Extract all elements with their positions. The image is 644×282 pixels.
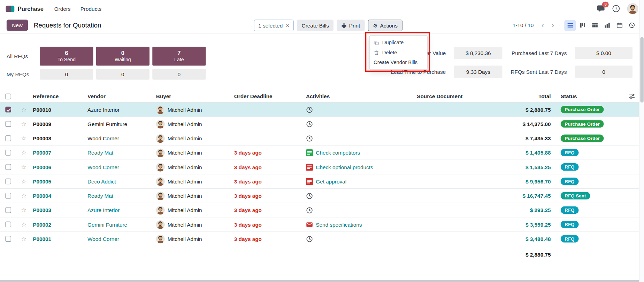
lead-time-value[interactable]: 9.33 Days [454, 66, 503, 78]
menu-item-duplicate[interactable]: Duplicate [369, 38, 427, 47]
activity-label[interactable]: Send specifications [316, 221, 362, 228]
row-deadline [232, 117, 304, 131]
app-name[interactable]: Purchase [18, 5, 44, 12]
clock-icon[interactable] [306, 120, 313, 127]
scrollbar-thumb[interactable] [640, 37, 643, 103]
row-checkbox[interactable] [5, 107, 11, 112]
star-icon[interactable]: ☆ [16, 218, 31, 232]
star-icon[interactable]: ☆ [16, 160, 31, 174]
row-activity[interactable] [304, 117, 415, 131]
table-row[interactable]: ☆ P00006 Wood Corner Mitchell Admin 3 da… [0, 160, 639, 174]
table-row[interactable]: ☆ P00004 Ready Mat Mitchell Admin 3 days… [0, 189, 639, 203]
header-order-deadline[interactable]: Order Deadline [232, 90, 304, 102]
row-activity[interactable]: Check optional products [304, 160, 415, 174]
activity-label[interactable]: Check optional products [316, 164, 373, 170]
row-activity[interactable]: Send specifications [304, 218, 415, 232]
menu-item-create-vendor-bills[interactable]: Create Vendor Bills [369, 57, 427, 67]
row-activity[interactable] [304, 103, 415, 117]
clock-icon[interactable] [306, 206, 313, 213]
header-vendor[interactable]: Vendor [86, 90, 154, 102]
header-activities[interactable]: Activities [304, 90, 415, 102]
row-checkbox[interactable] [5, 236, 11, 242]
table-row[interactable]: ☆ P00010 Azure Interior Mitchell Admin $… [0, 103, 639, 117]
table-row[interactable]: ☆ P00001 Wood Corner Mitchell Admin 3 da… [0, 232, 639, 246]
star-icon[interactable]: ☆ [16, 146, 31, 159]
header-source-document[interactable]: Source Document [415, 90, 487, 102]
star-icon[interactable]: ☆ [16, 174, 31, 188]
row-activity[interactable] [304, 189, 415, 203]
table-row[interactable]: ☆ P00009 Gemini Furniture Mitchell Admin… [0, 117, 639, 131]
activities-clock-icon[interactable] [612, 5, 620, 13]
header-status[interactable]: Status [555, 90, 616, 102]
pager-previous-icon[interactable]: ‹ [538, 21, 548, 29]
tile-late[interactable]: 7 Late [152, 47, 206, 65]
header-reference[interactable]: Reference [31, 90, 86, 102]
pager-next-icon[interactable]: › [548, 21, 558, 29]
mail-red-icon[interactable] [306, 221, 313, 228]
activity-label[interactable]: Check competitors [316, 150, 360, 156]
clock-icon[interactable] [306, 235, 313, 242]
pager-range[interactable]: 1-10 / 10 [513, 22, 534, 29]
row-activity[interactable]: Get approval [304, 174, 415, 188]
row-checkbox[interactable] [5, 179, 11, 185]
list-view-icon[interactable] [564, 20, 576, 31]
tile-my-to-send[interactable]: 0 [40, 69, 93, 80]
tile-waiting[interactable]: 0 Waiting [96, 47, 150, 65]
table-row[interactable]: ☆ P00003 Azure Interior Mitchell Admin 3… [0, 203, 639, 217]
activity-label[interactable]: Get approval [316, 178, 346, 185]
clock-icon[interactable] [306, 106, 313, 113]
table-row[interactable]: ☆ P00002 Gemini Furniture Mitchell Admin… [0, 218, 639, 232]
row-checkbox[interactable] [5, 121, 11, 127]
row-activity[interactable] [304, 203, 415, 217]
row-activity[interactable] [304, 232, 415, 246]
tile-to-send[interactable]: 6 To Send [40, 47, 93, 65]
new-button[interactable]: New [7, 20, 28, 31]
optional-columns-icon[interactable] [629, 93, 635, 100]
header-buyer[interactable]: Buyer [154, 90, 232, 102]
menu-products[interactable]: Products [80, 6, 101, 12]
table-row[interactable]: ☆ P00007 Ready Mat Mitchell Admin 3 days… [0, 146, 639, 160]
calendar-view-icon[interactable] [614, 20, 625, 31]
row-activity[interactable] [304, 131, 415, 145]
purchase-app-icon[interactable] [6, 6, 14, 12]
row-checkbox[interactable] [5, 207, 11, 213]
star-icon[interactable]: ☆ [16, 103, 31, 117]
list-green-icon[interactable] [306, 149, 313, 156]
clock-icon[interactable] [306, 135, 313, 142]
table-row[interactable]: ☆ P00005 Deco Addict Mitchell Admin 3 da… [0, 174, 639, 189]
messages-icon[interactable]: 3 [597, 5, 605, 13]
actions-button[interactable]: ⚙ Actions Duplicate Delete Create Vendor… [368, 20, 402, 31]
star-icon[interactable]: ☆ [16, 131, 31, 145]
create-bills-button[interactable]: Create Bills [297, 20, 334, 31]
list-red-icon[interactable] [306, 178, 313, 185]
list-red-icon[interactable] [306, 164, 313, 171]
menu-item-delete[interactable]: Delete [369, 48, 427, 57]
select-all-checkbox[interactable] [5, 93, 11, 99]
tile-my-waiting[interactable]: 0 [96, 69, 150, 80]
row-activity[interactable]: Check competitors [304, 146, 415, 159]
table-row[interactable]: ☆ P00008 Wood Corner Mitchell Admin $ 7,… [0, 131, 639, 146]
kanban-view-icon[interactable] [577, 20, 588, 31]
activity-view-icon[interactable] [626, 20, 637, 31]
avg-order-value[interactable]: $ 8,230.36 [454, 47, 503, 59]
star-icon[interactable]: ☆ [16, 189, 31, 203]
menu-orders[interactable]: Orders [54, 6, 71, 12]
pivot-view-icon[interactable] [589, 20, 600, 31]
clock-icon[interactable] [306, 192, 313, 199]
star-icon[interactable]: ☆ [16, 232, 31, 246]
star-icon[interactable]: ☆ [16, 203, 31, 217]
star-icon[interactable]: ☆ [16, 117, 31, 131]
header-total[interactable]: Total [487, 90, 555, 102]
row-checkbox[interactable] [5, 135, 11, 141]
purchased-last-7-days[interactable]: $ 0.00 [575, 47, 632, 59]
row-checkbox[interactable] [5, 150, 11, 156]
row-checkbox[interactable] [5, 193, 11, 199]
graph-view-icon[interactable] [601, 20, 613, 31]
clear-selection-icon[interactable]: × [286, 22, 290, 29]
row-checkbox[interactable] [5, 164, 11, 170]
user-avatar[interactable] [627, 3, 638, 14]
print-button[interactable]: Print [337, 20, 365, 31]
rfqs-sent-last-7-days[interactable]: 0 [575, 66, 632, 78]
tile-my-late[interactable]: 0 [152, 69, 206, 80]
row-checkbox[interactable] [5, 221, 11, 227]
